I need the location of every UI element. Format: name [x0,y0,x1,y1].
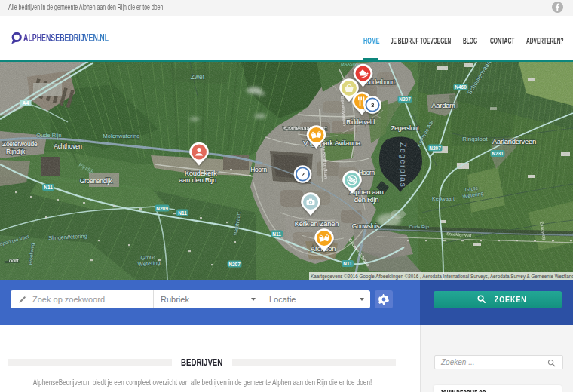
svg-text:Hoorn: Hoorn [358,169,375,176]
svg-text:N460: N460 [455,84,467,90]
svg-text:N11: N11 [178,210,187,216]
svg-text:Kerk en Zanen: Kerk en Zanen [295,219,339,228]
svg-text:Ridderveld: Ridderveld [346,118,375,126]
svg-text:N209: N209 [156,206,168,211]
svg-text:Zwet: Zwet [191,73,205,81]
svg-text:aan den Rijn: aan den Rijn [179,176,216,184]
svg-text:Groenendijk: Groenendijk [80,177,113,185]
svg-text:Oude Rijn: Oude Rijn [409,225,430,229]
svg-text:A4: A4 [23,100,29,106]
svg-text:2: 2 [301,171,305,178]
svg-text:3: 3 [371,102,375,109]
svg-text:Oude Rijn: Oude Rijn [36,132,61,139]
svg-text:Kerkvaart: Kerkvaart [432,196,455,201]
svg-text:Kaartgegevens ©2016 Google Afb: Kaartgegevens ©2016 Google Afbeeldingen … [311,274,573,280]
svg-text:Gouwsluis: Gouwsluis [352,222,380,230]
svg-text:N231: N231 [492,151,504,156]
svg-text:Zoeterwoude: Zoeterwoude [2,140,38,148]
svg-text:Achthoven: Achthoven [54,142,82,150]
svg-text:Molenwatering: Molenwatering [103,133,140,139]
svg-text:Zegerplas: Zegerplas [399,142,408,188]
svg-text:N207: N207 [228,262,241,267]
svg-text:Rijndijk: Rijndijk [6,148,26,155]
svg-text:N207: N207 [399,96,411,102]
svg-text:N11: N11 [272,231,281,237]
svg-text:Hoorn: Hoorn [250,166,267,173]
svg-text:den Rijn: den Rijn [354,195,378,204]
svg-text:Zegersloot: Zegersloot [391,124,419,132]
svg-text:N207: N207 [429,145,441,151]
svg-text:Aardam: Aardam [431,101,455,109]
svg-text:Aarlanderveen: Aarlanderveen [492,137,536,145]
svg-text:Ringsloot: Ringsloot [462,136,488,142]
svg-text:N11: N11 [343,261,352,266]
svg-text:N11: N11 [44,185,53,190]
svg-text:...oort: ...oort [5,257,19,264]
